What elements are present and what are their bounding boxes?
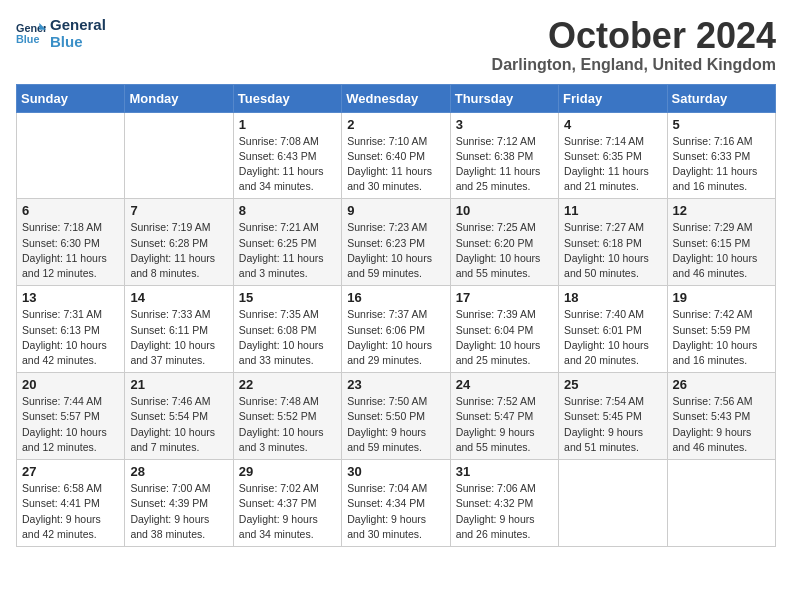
- day-info: Sunrise: 7:25 AMSunset: 6:20 PMDaylight:…: [456, 220, 553, 281]
- calendar-week-row: 20Sunrise: 7:44 AMSunset: 5:57 PMDayligh…: [17, 373, 776, 460]
- day-number: 7: [130, 203, 227, 218]
- day-info: Sunrise: 7:12 AMSunset: 6:38 PMDaylight:…: [456, 134, 553, 195]
- day-number: 29: [239, 464, 336, 479]
- day-number: 4: [564, 117, 661, 132]
- day-number: 23: [347, 377, 444, 392]
- weekday-header: Thursday: [450, 84, 558, 112]
- day-number: 11: [564, 203, 661, 218]
- calendar-cell: 22Sunrise: 7:48 AMSunset: 5:52 PMDayligh…: [233, 373, 341, 460]
- day-number: 8: [239, 203, 336, 218]
- calendar-cell: 15Sunrise: 7:35 AMSunset: 6:08 PMDayligh…: [233, 286, 341, 373]
- day-number: 26: [673, 377, 770, 392]
- calendar-week-row: 6Sunrise: 7:18 AMSunset: 6:30 PMDaylight…: [17, 199, 776, 286]
- calendar-cell: [125, 112, 233, 199]
- day-info: Sunrise: 7:42 AMSunset: 5:59 PMDaylight:…: [673, 307, 770, 368]
- day-info: Sunrise: 7:29 AMSunset: 6:15 PMDaylight:…: [673, 220, 770, 281]
- calendar-cell: 2Sunrise: 7:10 AMSunset: 6:40 PMDaylight…: [342, 112, 450, 199]
- day-info: Sunrise: 7:10 AMSunset: 6:40 PMDaylight:…: [347, 134, 444, 195]
- day-info: Sunrise: 7:16 AMSunset: 6:33 PMDaylight:…: [673, 134, 770, 195]
- calendar-cell: 21Sunrise: 7:46 AMSunset: 5:54 PMDayligh…: [125, 373, 233, 460]
- day-info: Sunrise: 7:35 AMSunset: 6:08 PMDaylight:…: [239, 307, 336, 368]
- calendar-cell: 20Sunrise: 7:44 AMSunset: 5:57 PMDayligh…: [17, 373, 125, 460]
- location: Darlington, England, United Kingdom: [492, 56, 776, 74]
- day-number: 18: [564, 290, 661, 305]
- calendar-cell: 30Sunrise: 7:04 AMSunset: 4:34 PMDayligh…: [342, 460, 450, 547]
- calendar-cell: 27Sunrise: 6:58 AMSunset: 4:41 PMDayligh…: [17, 460, 125, 547]
- calendar-cell: 24Sunrise: 7:52 AMSunset: 5:47 PMDayligh…: [450, 373, 558, 460]
- day-info: Sunrise: 7:40 AMSunset: 6:01 PMDaylight:…: [564, 307, 661, 368]
- day-info: Sunrise: 7:33 AMSunset: 6:11 PMDaylight:…: [130, 307, 227, 368]
- calendar-cell: 1Sunrise: 7:08 AMSunset: 6:43 PMDaylight…: [233, 112, 341, 199]
- calendar-cell: 14Sunrise: 7:33 AMSunset: 6:11 PMDayligh…: [125, 286, 233, 373]
- calendar-week-row: 1Sunrise: 7:08 AMSunset: 6:43 PMDaylight…: [17, 112, 776, 199]
- day-number: 1: [239, 117, 336, 132]
- page-header: General Blue General Blue October 2024 D…: [16, 16, 776, 74]
- day-info: Sunrise: 7:00 AMSunset: 4:39 PMDaylight:…: [130, 481, 227, 542]
- day-info: Sunrise: 7:21 AMSunset: 6:25 PMDaylight:…: [239, 220, 336, 281]
- weekday-header: Friday: [559, 84, 667, 112]
- day-number: 15: [239, 290, 336, 305]
- day-number: 20: [22, 377, 119, 392]
- day-number: 21: [130, 377, 227, 392]
- day-number: 10: [456, 203, 553, 218]
- day-info: Sunrise: 7:27 AMSunset: 6:18 PMDaylight:…: [564, 220, 661, 281]
- calendar-table: SundayMondayTuesdayWednesdayThursdayFrid…: [16, 84, 776, 547]
- day-number: 27: [22, 464, 119, 479]
- calendar-cell: [17, 112, 125, 199]
- weekday-header: Sunday: [17, 84, 125, 112]
- day-info: Sunrise: 7:48 AMSunset: 5:52 PMDaylight:…: [239, 394, 336, 455]
- day-info: Sunrise: 7:06 AMSunset: 4:32 PMDaylight:…: [456, 481, 553, 542]
- calendar-cell: 11Sunrise: 7:27 AMSunset: 6:18 PMDayligh…: [559, 199, 667, 286]
- calendar-cell: 29Sunrise: 7:02 AMSunset: 4:37 PMDayligh…: [233, 460, 341, 547]
- day-info: Sunrise: 7:19 AMSunset: 6:28 PMDaylight:…: [130, 220, 227, 281]
- day-number: 2: [347, 117, 444, 132]
- calendar-cell: 4Sunrise: 7:14 AMSunset: 6:35 PMDaylight…: [559, 112, 667, 199]
- day-info: Sunrise: 7:39 AMSunset: 6:04 PMDaylight:…: [456, 307, 553, 368]
- calendar-cell: 19Sunrise: 7:42 AMSunset: 5:59 PMDayligh…: [667, 286, 775, 373]
- calendar-cell: 13Sunrise: 7:31 AMSunset: 6:13 PMDayligh…: [17, 286, 125, 373]
- calendar-cell: 28Sunrise: 7:00 AMSunset: 4:39 PMDayligh…: [125, 460, 233, 547]
- day-info: Sunrise: 7:37 AMSunset: 6:06 PMDaylight:…: [347, 307, 444, 368]
- logo-line2: Blue: [50, 33, 106, 50]
- calendar-week-row: 27Sunrise: 6:58 AMSunset: 4:41 PMDayligh…: [17, 460, 776, 547]
- calendar-cell: 10Sunrise: 7:25 AMSunset: 6:20 PMDayligh…: [450, 199, 558, 286]
- day-info: Sunrise: 7:50 AMSunset: 5:50 PMDaylight:…: [347, 394, 444, 455]
- calendar-cell: 3Sunrise: 7:12 AMSunset: 6:38 PMDaylight…: [450, 112, 558, 199]
- calendar-cell: 23Sunrise: 7:50 AMSunset: 5:50 PMDayligh…: [342, 373, 450, 460]
- calendar-cell: 7Sunrise: 7:19 AMSunset: 6:28 PMDaylight…: [125, 199, 233, 286]
- day-number: 6: [22, 203, 119, 218]
- day-number: 30: [347, 464, 444, 479]
- day-number: 16: [347, 290, 444, 305]
- logo: General Blue General Blue: [16, 16, 106, 50]
- day-number: 13: [22, 290, 119, 305]
- calendar-cell: 16Sunrise: 7:37 AMSunset: 6:06 PMDayligh…: [342, 286, 450, 373]
- day-info: Sunrise: 7:14 AMSunset: 6:35 PMDaylight:…: [564, 134, 661, 195]
- calendar-cell: 26Sunrise: 7:56 AMSunset: 5:43 PMDayligh…: [667, 373, 775, 460]
- day-number: 31: [456, 464, 553, 479]
- day-info: Sunrise: 7:02 AMSunset: 4:37 PMDaylight:…: [239, 481, 336, 542]
- day-number: 3: [456, 117, 553, 132]
- weekday-header: Tuesday: [233, 84, 341, 112]
- day-info: Sunrise: 7:23 AMSunset: 6:23 PMDaylight:…: [347, 220, 444, 281]
- day-number: 19: [673, 290, 770, 305]
- calendar-cell: 31Sunrise: 7:06 AMSunset: 4:32 PMDayligh…: [450, 460, 558, 547]
- day-info: Sunrise: 7:46 AMSunset: 5:54 PMDaylight:…: [130, 394, 227, 455]
- calendar-cell: [559, 460, 667, 547]
- day-info: Sunrise: 7:44 AMSunset: 5:57 PMDaylight:…: [22, 394, 119, 455]
- weekday-header: Saturday: [667, 84, 775, 112]
- calendar-cell: 5Sunrise: 7:16 AMSunset: 6:33 PMDaylight…: [667, 112, 775, 199]
- day-number: 24: [456, 377, 553, 392]
- weekday-header: Monday: [125, 84, 233, 112]
- day-info: Sunrise: 7:18 AMSunset: 6:30 PMDaylight:…: [22, 220, 119, 281]
- calendar-cell: 12Sunrise: 7:29 AMSunset: 6:15 PMDayligh…: [667, 199, 775, 286]
- calendar-cell: 25Sunrise: 7:54 AMSunset: 5:45 PMDayligh…: [559, 373, 667, 460]
- day-info: Sunrise: 6:58 AMSunset: 4:41 PMDaylight:…: [22, 481, 119, 542]
- logo-line1: General: [50, 16, 106, 33]
- day-number: 28: [130, 464, 227, 479]
- svg-text:Blue: Blue: [16, 33, 39, 45]
- day-info: Sunrise: 7:08 AMSunset: 6:43 PMDaylight:…: [239, 134, 336, 195]
- calendar-cell: 18Sunrise: 7:40 AMSunset: 6:01 PMDayligh…: [559, 286, 667, 373]
- month-title: October 2024: [492, 16, 776, 56]
- day-info: Sunrise: 7:56 AMSunset: 5:43 PMDaylight:…: [673, 394, 770, 455]
- calendar-cell: [667, 460, 775, 547]
